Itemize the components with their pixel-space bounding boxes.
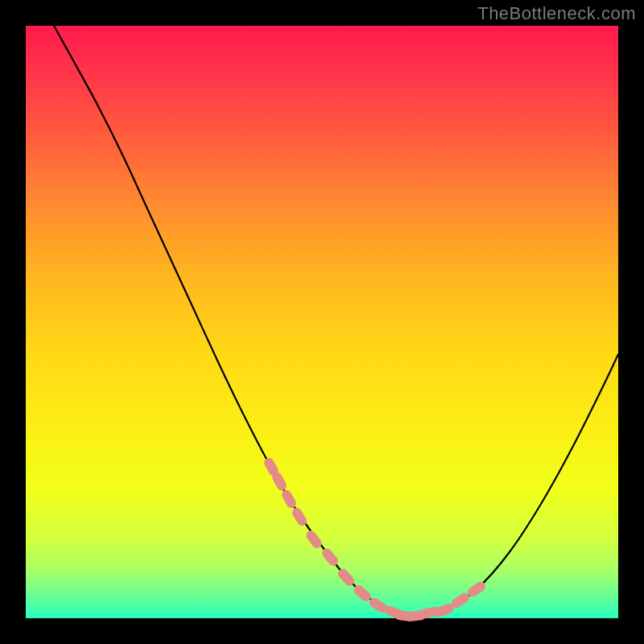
curve-svg xyxy=(26,26,618,618)
highlight-marker xyxy=(320,547,341,568)
highlight-marker xyxy=(304,529,324,550)
bottleneck-curve xyxy=(54,26,618,617)
watermark-text: TheBottleneck.com xyxy=(477,3,636,24)
plot-area xyxy=(26,26,618,618)
highlight-markers xyxy=(262,456,487,622)
chart-stage: TheBottleneck.com xyxy=(0,0,644,644)
highlight-marker xyxy=(280,489,298,510)
